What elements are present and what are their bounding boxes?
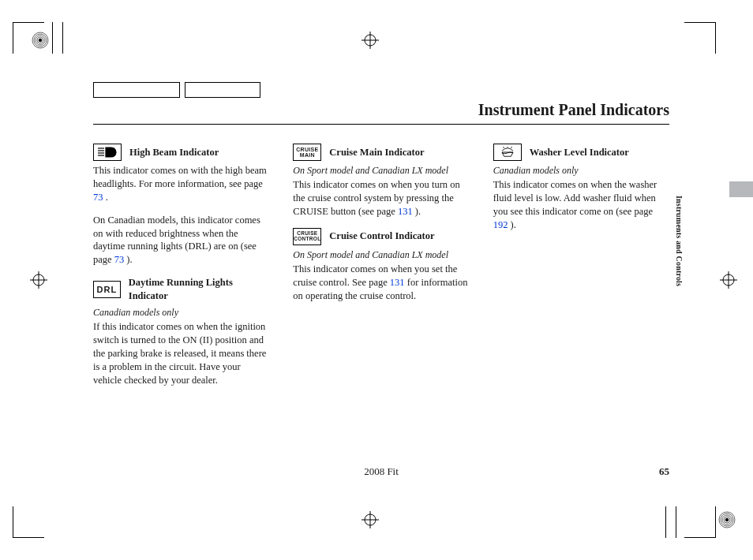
page-link-192[interactable]: 192: [493, 219, 508, 230]
high-beam-p1: This indicator comes on with the high be…: [93, 164, 269, 204]
footer-model: 2008 Fit: [364, 465, 399, 478]
drl-note: Canadian models only: [93, 306, 269, 319]
cruise-control-body: This indicator comes on when you set the…: [293, 263, 469, 303]
svg-line-28: [511, 147, 512, 148]
svg-point-19: [723, 274, 734, 286]
cruise-main-note: On Sport model and Canadian LX model: [293, 164, 469, 177]
page-link-131b[interactable]: 131: [390, 277, 405, 288]
drl-icon: DRL: [93, 281, 121, 298]
cruise-control-icon: CRUISE CONTROL: [293, 228, 321, 245]
crop-corner-tl: [13, 22, 46, 55]
cruise-control-heading: Cruise Control Indicator: [329, 230, 434, 243]
page-content: Instrument Panel Indicators High Beam In…: [93, 101, 669, 478]
svg-point-10: [365, 35, 376, 46]
high-beam-icon: [93, 144, 122, 161]
page-title: Instrument Panel Indicators: [93, 101, 669, 125]
registration-target-left: [30, 271, 47, 289]
svg-point-5: [719, 512, 735, 528]
svg-point-8: [724, 517, 730, 523]
registration-target-top: [362, 32, 379, 49]
column-3: Washer Level Indicator Canadian models o…: [493, 142, 669, 396]
washer-heading: Washer Level Indicator: [530, 146, 629, 159]
column-2: CRUISE MAIN Cruise Main Indicator On Spo…: [293, 142, 469, 396]
svg-point-9: [725, 518, 729, 521]
crop-corner-br: [683, 505, 716, 538]
crop-tick-bottom: [665, 506, 676, 538]
crop-corner-bl: [13, 505, 46, 538]
page-link-131a[interactable]: 131: [398, 206, 413, 217]
section-edge-tab: [729, 181, 753, 197]
footer-page-number: 65: [659, 465, 669, 478]
registration-rosette-br: [718, 511, 736, 528]
drl-heading: Daytime Running Lights Indicator: [129, 276, 270, 303]
section-side-label: Instruments and Controls: [675, 196, 684, 286]
registration-target-right: [720, 271, 737, 289]
crop-tick-top: [52, 22, 63, 54]
svg-point-6: [721, 513, 733, 526]
cruise-main-heading: Cruise Main Indicator: [329, 146, 424, 159]
drl-body: If this indicator comes on when the igni…: [93, 320, 269, 386]
svg-point-7: [722, 515, 732, 525]
high-beam-heading: High Beam Indicator: [129, 146, 219, 159]
column-1: High Beam Indicator This indicator comes…: [93, 142, 269, 396]
svg-point-13: [365, 514, 376, 525]
high-beam-p2: On Canadian models, this indicator comes…: [93, 214, 269, 267]
page-link-73a[interactable]: 73: [93, 192, 103, 203]
washer-note: Canadian models only: [493, 164, 669, 177]
crop-corner-tr: [683, 22, 716, 55]
washer-level-icon: [493, 144, 522, 161]
washer-body: This indicator comes on when the washer …: [493, 178, 669, 232]
cruise-main-icon: CRUISE MAIN: [293, 144, 321, 161]
svg-point-16: [33, 274, 44, 286]
svg-line-26: [503, 147, 504, 148]
cruise-control-note: On Sport model and Canadian LX model: [293, 248, 469, 261]
header-tab-outlines: [93, 82, 260, 98]
page-link-73b[interactable]: 73: [114, 254, 125, 265]
cruise-main-body: This indicator comes on when you turn on…: [293, 178, 469, 218]
registration-target-bottom: [362, 511, 379, 528]
